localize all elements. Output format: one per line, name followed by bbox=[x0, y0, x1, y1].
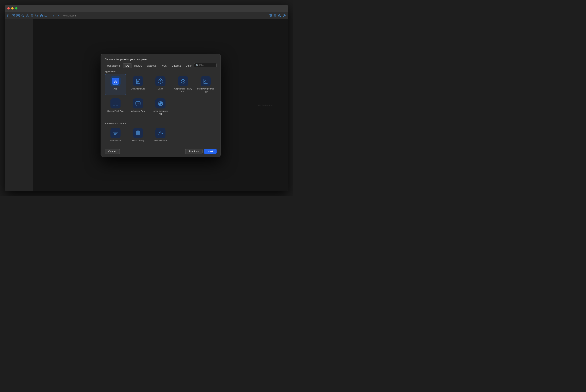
no-selection-label: No Selection bbox=[63, 14, 76, 17]
link-icon[interactable] bbox=[35, 14, 38, 18]
sticker-pack-icon bbox=[111, 98, 121, 108]
app-label: App bbox=[114, 87, 118, 90]
template-framework[interactable]: Framework bbox=[105, 126, 126, 144]
next-button[interactable]: Next bbox=[204, 149, 217, 154]
tab-ios[interactable]: iOS bbox=[123, 63, 132, 68]
tab-macos[interactable]: macOS bbox=[132, 63, 145, 68]
svg-point-17 bbox=[160, 80, 161, 82]
template-game[interactable]: Game bbox=[150, 74, 171, 95]
safari-extension-icon bbox=[155, 98, 166, 108]
svg-point-7 bbox=[32, 15, 33, 16]
tab-bar: Multiplatform iOS macOS watchOS tvOS Dri… bbox=[101, 61, 221, 68]
toolbar: No Selection bbox=[5, 12, 288, 19]
filter-icon: 🔍 bbox=[196, 64, 199, 66]
close-button[interactable] bbox=[7, 7, 10, 10]
warning-icon[interactable] bbox=[26, 14, 29, 18]
svg-rect-21 bbox=[116, 101, 118, 103]
svg-rect-8 bbox=[45, 15, 47, 17]
add-tab-icon[interactable] bbox=[273, 14, 277, 18]
ar-icon bbox=[178, 76, 188, 86]
safari-extension-label: Safari Extension App bbox=[151, 110, 170, 115]
template-document-app[interactable]: Document App bbox=[127, 74, 149, 95]
grid-icon[interactable] bbox=[16, 14, 20, 18]
template-app[interactable]: A App bbox=[105, 74, 126, 95]
svg-point-26 bbox=[137, 103, 137, 104]
template-sticker-pack[interactable]: Sticker Pack App bbox=[105, 96, 126, 118]
content-area: Choose a template for your new project: … bbox=[5, 19, 288, 191]
application-section-title: Application bbox=[105, 68, 217, 74]
share-icon[interactable] bbox=[40, 14, 43, 18]
template-swift-playgrounds[interactable]: Swift Playgrounds App bbox=[195, 74, 216, 95]
metal-library-label: Metal Library bbox=[155, 139, 167, 142]
sidebar bbox=[5, 19, 33, 191]
filter-box[interactable]: 🔍 bbox=[194, 63, 217, 68]
template-chooser-modal: Choose a template for your new project: … bbox=[101, 54, 221, 157]
svg-rect-11 bbox=[271, 16, 272, 17]
svg-text:A: A bbox=[114, 79, 117, 84]
back-icon[interactable] bbox=[52, 14, 55, 18]
framework-icon bbox=[111, 128, 121, 138]
svg-rect-10 bbox=[271, 14, 272, 16]
svg-rect-1 bbox=[17, 14, 18, 16]
game-icon bbox=[155, 76, 166, 86]
help-icon[interactable] bbox=[283, 14, 286, 18]
svg-rect-19 bbox=[203, 79, 208, 84]
folder-icon[interactable] bbox=[7, 14, 11, 18]
filter-input[interactable] bbox=[199, 64, 215, 66]
imessage-label: iMessage App bbox=[131, 110, 145, 112]
tab-watchos[interactable]: watchOS bbox=[145, 63, 159, 68]
cancel-button[interactable]: Cancel bbox=[105, 149, 120, 154]
document-app-icon bbox=[133, 76, 143, 86]
template-static-library[interactable]: Static Library bbox=[127, 126, 149, 144]
game-label: Game bbox=[158, 87, 164, 90]
ar-label: Augmented Reality App bbox=[174, 87, 192, 93]
layout-icon[interactable] bbox=[269, 14, 272, 18]
template-imessage[interactable]: iMessage App bbox=[127, 96, 149, 118]
modal-title: Choose a template for your new project: bbox=[105, 58, 149, 61]
modal-header: Choose a template for your new project: bbox=[101, 54, 221, 61]
tab-multiplatform[interactable]: Multiplatform bbox=[105, 63, 123, 68]
svg-rect-22 bbox=[113, 104, 115, 106]
minimize-button[interactable] bbox=[11, 7, 14, 10]
rectangle-icon[interactable] bbox=[44, 14, 48, 18]
svg-rect-3 bbox=[17, 16, 18, 17]
toolbar-separator bbox=[50, 14, 50, 18]
template-area: Application A App bbox=[101, 68, 221, 146]
framework-grid: Framework Static Library bbox=[105, 126, 217, 144]
svg-point-5 bbox=[22, 15, 23, 16]
maximize-button[interactable] bbox=[15, 7, 18, 10]
svg-rect-20 bbox=[113, 101, 115, 103]
modal-overlay: Choose a template for your new project: … bbox=[33, 19, 288, 191]
svg-rect-2 bbox=[18, 14, 19, 16]
application-grid: A App bbox=[105, 74, 217, 117]
forward-icon[interactable] bbox=[56, 14, 60, 18]
stop-icon[interactable] bbox=[30, 14, 34, 18]
imessage-icon bbox=[133, 98, 143, 108]
previous-button[interactable]: Previous bbox=[185, 149, 203, 154]
tab-tvos[interactable]: tvOS bbox=[159, 63, 169, 68]
framework-section-title: Framework & Library bbox=[105, 120, 217, 126]
metal-library-icon bbox=[155, 128, 166, 138]
add-icon[interactable] bbox=[12, 14, 15, 18]
inspect-icon[interactable] bbox=[278, 14, 281, 18]
template-ar-app[interactable]: Augmented Reality App bbox=[172, 74, 194, 95]
document-app-label: Document App bbox=[131, 87, 145, 90]
sticker-pack-label: Sticker Pack App bbox=[107, 110, 124, 112]
svg-point-25 bbox=[138, 103, 138, 104]
framework-label: Framework bbox=[110, 139, 121, 142]
template-metal-library[interactable]: Metal Library bbox=[150, 126, 171, 144]
swift-playgrounds-icon bbox=[201, 76, 211, 86]
tab-other[interactable]: Other bbox=[183, 63, 194, 68]
svg-rect-9 bbox=[269, 14, 270, 17]
swift-playgrounds-label: Swift Playgrounds App bbox=[196, 87, 215, 93]
navigation-buttons: Previous Next bbox=[185, 149, 216, 154]
svg-point-27 bbox=[139, 103, 139, 104]
main-window: No Selection bbox=[5, 5, 288, 191]
svg-rect-23 bbox=[116, 104, 118, 106]
static-library-label: Static Library bbox=[132, 139, 144, 142]
app-icon: A bbox=[111, 76, 121, 86]
editor: Choose a template for your new project: … bbox=[33, 19, 288, 191]
search-icon[interactable] bbox=[21, 14, 25, 18]
tab-driverkit[interactable]: DriverKit bbox=[169, 63, 183, 68]
template-safari-extension[interactable]: Safari Extension App bbox=[150, 96, 171, 118]
